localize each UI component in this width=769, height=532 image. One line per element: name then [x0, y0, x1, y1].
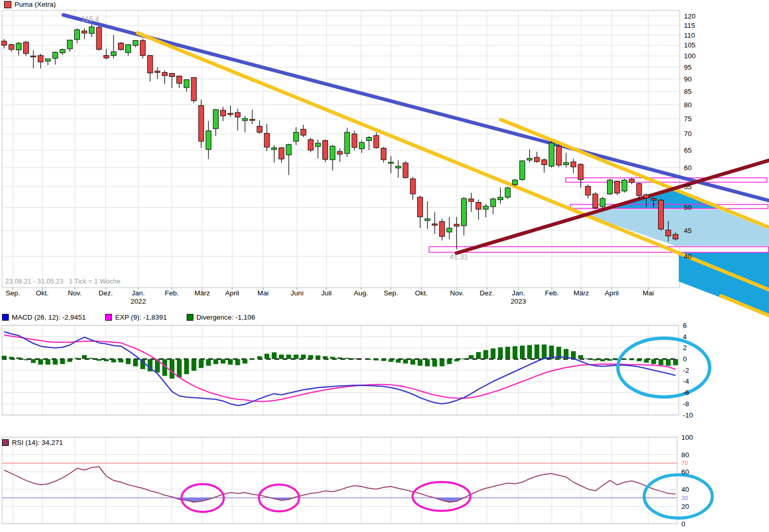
candle-down: [169, 73, 174, 76]
candle-up: [75, 30, 80, 40]
candle-down: [38, 56, 43, 62]
candle-up: [111, 52, 116, 56]
candle-down: [191, 77, 197, 101]
candle-down: [221, 110, 226, 116]
price-annotation: 41,31: [450, 253, 468, 261]
svg-text:95: 95: [684, 63, 692, 71]
exp-swatch: [105, 314, 112, 321]
instrument-swatch: [4, 1, 11, 8]
candle-down: [542, 160, 547, 165]
svg-text:-4: -4: [683, 377, 689, 385]
candle-up: [505, 188, 510, 197]
candle-down: [666, 230, 671, 236]
candle-up: [564, 162, 569, 164]
candle-up: [67, 40, 72, 49]
svg-text:Mai: Mai: [643, 289, 654, 297]
candle-down: [651, 198, 656, 200]
candle-down: [534, 157, 539, 161]
rsi-highlight-circle: [644, 475, 712, 518]
candle-down: [454, 224, 459, 226]
page-title: Puma (Xetra): [14, 1, 56, 8]
svg-text:80: 80: [681, 451, 689, 459]
macd-legend: MACD (26, 12): -2,9451 EXP (9): -1,8391 …: [2, 313, 255, 321]
candle-up: [184, 80, 189, 88]
svg-text:40: 40: [684, 253, 692, 260]
rsi-30-label: 30: [681, 495, 688, 501]
candle-down: [155, 71, 160, 73]
svg-text:120: 120: [684, 12, 696, 20]
svg-text:85: 85: [684, 88, 692, 95]
candle-down: [418, 197, 423, 217]
candle-down: [96, 27, 102, 49]
svg-text:April: April: [225, 289, 239, 297]
candle-down: [323, 141, 328, 160]
svg-text:80: 80: [684, 101, 692, 109]
svg-text:Jan.: Jan.: [512, 289, 525, 297]
candle-down: [162, 73, 167, 76]
svg-text:Feb.: Feb.: [545, 289, 559, 297]
rsi-70-label: 70: [681, 460, 688, 466]
candle-up: [293, 132, 299, 141]
svg-text:6: 6: [683, 322, 687, 329]
candle-down: [403, 163, 408, 178]
rsi-legend: RSI (14): 34,271: [2, 439, 63, 446]
svg-text:-8: -8: [683, 400, 689, 408]
chart-application: 120115110105100959085807570656055504540S…: [0, 0, 769, 532]
candle-up: [490, 199, 496, 207]
macd-axis: 6420-2-4-6-8-10: [683, 322, 693, 419]
candle-down: [2, 41, 7, 45]
candle-down: [585, 186, 591, 195]
candle-up: [513, 180, 518, 185]
candle-up: [396, 166, 401, 168]
candle-down: [104, 56, 109, 58]
svg-text:Okt.: Okt.: [36, 289, 49, 297]
svg-text:Juni: Juni: [291, 289, 304, 297]
svg-text:55: 55: [684, 183, 692, 191]
svg-text:0: 0: [681, 520, 685, 528]
candle-down: [381, 148, 386, 160]
svg-text:Jan.: Jan.: [132, 289, 145, 297]
candle-up: [549, 143, 554, 166]
svg-text:März: März: [194, 289, 210, 297]
candle-up: [330, 146, 335, 159]
candle-up: [447, 228, 452, 232]
svg-text:100: 100: [684, 52, 696, 60]
svg-text:75: 75: [684, 115, 692, 123]
candle-up: [286, 144, 291, 155]
candle-down: [199, 106, 204, 141]
candle-down: [308, 140, 313, 150]
macd-highlight-circle: [618, 338, 710, 397]
svg-text:Nov.: Nov.: [68, 289, 82, 297]
candle-up: [315, 143, 320, 146]
candle-down: [556, 146, 561, 165]
instrument-legend: Puma (Xetra): [4, 1, 56, 8]
candle-down: [439, 222, 445, 237]
downtrend-blue: [63, 15, 769, 201]
candle-down: [250, 120, 255, 121]
candle-up: [242, 119, 248, 121]
svg-text:105: 105: [684, 41, 696, 49]
candle-down: [644, 195, 649, 198]
trendlines: [63, 15, 769, 315]
candle-down: [228, 113, 233, 114]
svg-text:Juli: Juli: [321, 289, 332, 297]
macd-line: [4, 331, 676, 405]
macd-legend-label: MACD (26, 12): -2,9451: [12, 313, 86, 321]
candle-down: [578, 164, 583, 180]
candle-up: [527, 158, 532, 160]
candle-up: [89, 27, 94, 34]
candle-down: [374, 136, 379, 148]
svg-text:2023: 2023: [511, 297, 526, 305]
candle-down: [31, 56, 36, 57]
candle-down: [571, 162, 576, 167]
candle-up: [607, 180, 612, 194]
svg-text:-6: -6: [683, 389, 689, 396]
svg-text:-10: -10: [683, 411, 693, 419]
candle-up: [345, 132, 350, 154]
candle-up: [213, 110, 218, 129]
svg-text:20: 20: [681, 503, 689, 510]
svg-text:70: 70: [684, 130, 692, 138]
candle-up: [622, 180, 627, 191]
svg-text:90: 90: [684, 75, 692, 83]
candle-up: [600, 198, 605, 207]
